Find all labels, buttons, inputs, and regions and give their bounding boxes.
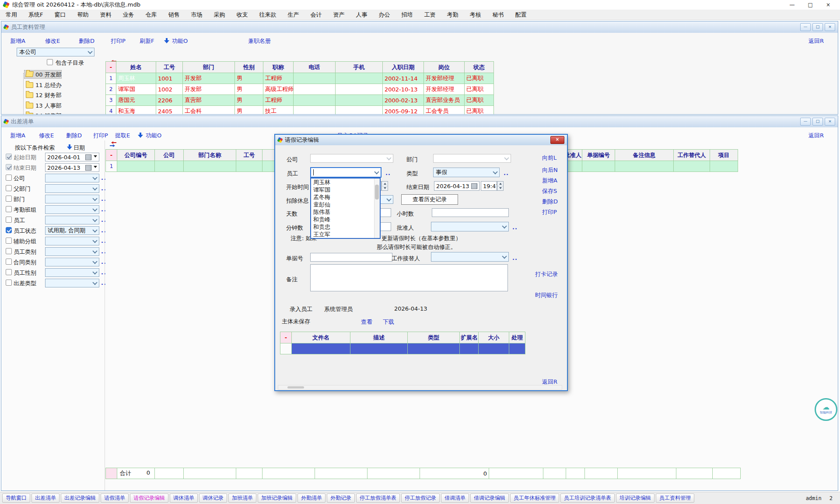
extract-button[interactable]: 提取E (115, 132, 130, 140)
menu-item[interactable]: 系统F (23, 10, 49, 20)
time-bank-button[interactable]: 时间银行 (535, 291, 558, 299)
filter-shift-group-select[interactable] (45, 205, 99, 214)
close-icon[interactable]: × (826, 2, 830, 8)
column-header[interactable]: 公司编号 (117, 150, 155, 161)
dropdown-item[interactable]: 谭军国 (311, 186, 380, 193)
view-history-button[interactable]: 查看历史记录 (401, 194, 458, 205)
column-header[interactable]: 类型 (408, 332, 460, 343)
selected-cell[interactable] (117, 161, 155, 172)
delete-button[interactable]: 删除D (542, 198, 558, 206)
column-header[interactable]: 电话 (294, 62, 336, 73)
table-row[interactable]: 1 周玉林 1001 开发部 男 工程师 2002-11-14 开发部经理 已离… (106, 73, 494, 84)
menu-item[interactable]: 仓库 (140, 10, 162, 20)
delete-button[interactable]: 删除D (79, 37, 94, 45)
filter-dept-select[interactable] (45, 195, 99, 203)
menu-item[interactable]: 销售 (162, 10, 185, 20)
sort-by-date-button[interactable]: 日期 (74, 144, 85, 152)
calendar-icon[interactable] (85, 154, 91, 160)
dropdown-item[interactable]: 童彭仙 (311, 201, 380, 208)
column-header[interactable]: 工号 (156, 62, 183, 73)
dept-select[interactable] (433, 154, 511, 163)
column-header[interactable]: - (106, 150, 117, 161)
taskbar-item[interactable]: 停工放假记录 (401, 494, 440, 503)
filter-checkbox-end-date[interactable] (6, 164, 12, 170)
menu-item[interactable]: 采购 (208, 10, 231, 20)
menu-item[interactable]: 办公 (373, 10, 396, 20)
column-header[interactable]: 工作替代人 (674, 150, 710, 161)
column-header[interactable]: 公司 (155, 150, 184, 161)
menu-item[interactable]: 会计 (304, 10, 327, 20)
end-date-input[interactable]: 2026-04-13 (434, 181, 480, 191)
minimize-icon[interactable]: — (800, 23, 811, 31)
browse-button[interactable]: .. (101, 238, 106, 244)
browse-button[interactable]: .. (101, 280, 106, 286)
menu-item[interactable]: 往来款 (253, 10, 282, 20)
back-button[interactable]: 返回R (808, 37, 824, 45)
taskbar-item[interactable]: 出差记录编辑 (61, 494, 99, 503)
taskbar-item[interactable]: 借调记录编辑 (470, 494, 509, 503)
company-select[interactable] (310, 154, 393, 163)
table-row[interactable]: 4 和玉海 2405 工会科 男 技工 2005-09-12 工会专员 已离职 (106, 106, 494, 115)
filter-checkbox-employee[interactable] (6, 217, 12, 223)
browse-button[interactable]: .. (101, 259, 106, 265)
column-header[interactable]: - (280, 332, 292, 343)
hours-input[interactable] (432, 208, 509, 217)
menu-item[interactable]: 秘书 (486, 10, 509, 20)
column-header[interactable]: 描述 (350, 332, 408, 343)
filter-checkbox-dept[interactable] (6, 196, 12, 202)
dropdown-item[interactable]: 陈伟基 (311, 208, 380, 216)
dropdown-item[interactable]: 周玉林 (311, 178, 380, 186)
browse-button[interactable]: .. (101, 196, 106, 202)
start-date-input[interactable]: 2026-04-01 (45, 153, 99, 161)
leave-type-select[interactable]: 事假 (433, 168, 500, 177)
column-header[interactable]: 备注信息 (615, 150, 674, 161)
menu-item[interactable]: 窗口 (49, 10, 71, 20)
taskbar-item[interactable]: 外勤清单 (298, 494, 326, 503)
end-time-input[interactable]: 19:47 (481, 181, 497, 191)
swap-columns-icon[interactable] (110, 141, 116, 147)
column-header[interactable]: 处理 (509, 332, 525, 343)
tree-item-hr[interactable]: 13 人事部 (35, 102, 62, 110)
taskbar-item[interactable]: 加班清单 (228, 494, 256, 503)
menu-item[interactable]: 资产 (327, 10, 350, 20)
close-icon[interactable]: × (825, 118, 835, 126)
company-scope-select[interactable]: 本公司 (17, 48, 94, 56)
menu-item[interactable]: 业务 (117, 10, 140, 20)
maximize-icon[interactable]: □ (808, 2, 813, 8)
filter-checkbox-trip-type[interactable] (6, 280, 12, 286)
taskbar-item[interactable]: 停工放假清单表 (356, 494, 400, 503)
table-row[interactable] (280, 343, 525, 354)
filter-checkbox-parent-dept[interactable] (6, 185, 12, 191)
filter-employee-status-select[interactable]: 试用期, 合同期 (45, 226, 99, 235)
approver-select[interactable] (431, 222, 509, 231)
taskbar-item[interactable]: 员工培训记录清单表 (560, 494, 615, 503)
browse-button[interactable]: .. (101, 217, 106, 223)
column-header[interactable]: 状态 (465, 62, 494, 73)
delete-button[interactable]: 删除D (66, 132, 82, 140)
column-header[interactable]: 工号 (236, 150, 262, 161)
print-button[interactable]: 打印P (93, 132, 108, 140)
taskbar-item[interactable]: 外勤记录 (327, 494, 355, 503)
edit-button[interactable]: 修改E (39, 132, 54, 140)
prev-button[interactable]: 向前L (542, 154, 556, 162)
close-icon[interactable]: × (825, 23, 835, 31)
menu-item[interactable]: 配置 (509, 10, 532, 20)
table-row[interactable]: 3 唐国元 2206 直营部 男 工程师 2000-02-13 直营部业务员 已… (106, 95, 494, 106)
dropdown-arrow-icon[interactable] (94, 155, 97, 159)
include-subdir-checkbox[interactable] (47, 59, 53, 65)
column-header[interactable]: 扩展名 (460, 332, 479, 343)
taskbar-item[interactable]: 员工年休标准管理 (510, 494, 559, 503)
dropdown-item[interactable]: 和贵峰 (311, 216, 380, 223)
taskbar-item[interactable]: 出差清单 (32, 494, 60, 503)
column-header[interactable]: 入职日期 (383, 62, 424, 73)
scrollbar-thumb[interactable] (375, 185, 379, 200)
print-button[interactable]: 打印P (542, 208, 557, 216)
print-button[interactable]: 打印P (111, 37, 126, 45)
download-file-button[interactable]: 下载 (383, 318, 394, 326)
browse-button[interactable]: .. (512, 224, 518, 231)
column-header[interactable]: 大小 (479, 332, 509, 343)
menu-item[interactable]: 招培 (396, 10, 418, 20)
menu-item[interactable]: 考勤 (441, 10, 464, 20)
browse-button[interactable]: .. (101, 175, 106, 181)
browse-button[interactable]: .. (101, 227, 106, 234)
